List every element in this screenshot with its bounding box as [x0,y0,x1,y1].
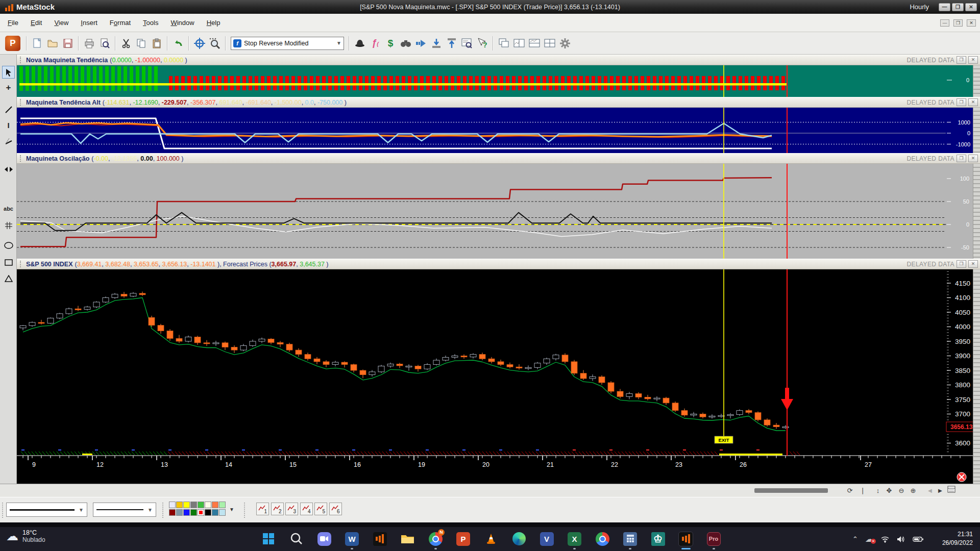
tray-chevron-icon[interactable]: ⌃ [852,535,858,543]
panel-close-button[interactable]: ✕ [968,260,978,268]
panel-header-tendencia-alt[interactable]: Maquineta Tendência Alt (-114.631, -12.1… [17,97,980,108]
color-swatch[interactable] [212,509,218,516]
print-icon[interactable] [82,36,96,51]
grid-tool-icon[interactable] [2,219,15,232]
system-tester-icon[interactable]: $ [383,36,398,51]
rectangle-tool-icon[interactable] [2,256,15,269]
panel-scrollbar[interactable] [973,108,980,153]
scroll-arrows-icon[interactable] [2,163,15,176]
menu-help[interactable]: Help [202,17,225,29]
menu-format[interactable]: Format [105,17,135,29]
color-swatch[interactable] [176,509,183,516]
color-swatch[interactable] [219,509,226,516]
expert-preset-dropdown[interactable]: f Stop Reverse Modified ▼ [231,37,344,50]
indicator-builder-icon[interactable]: ƒ( [368,36,382,51]
minimize-button[interactable]: — [939,3,950,11]
pointer-tool-icon[interactable] [2,66,15,79]
color-swatch[interactable] [183,502,190,508]
tile-vertical-icon[interactable] [512,36,526,51]
child-restore-button[interactable]: ❐ [953,19,963,27]
menu-insert[interactable]: Insert [76,17,102,29]
chart-layout-button-3[interactable]: 3 [285,503,298,515]
palette-dropdown-icon[interactable]: ▼ [229,507,234,512]
crosshair-tool-icon[interactable]: + [2,81,15,94]
panel-close-button[interactable]: ✕ [968,56,978,64]
power-console-icon[interactable]: P [5,36,20,51]
line-style-dropdown[interactable]: ▼ [93,503,156,517]
child-minimize-button[interactable]: — [940,19,949,27]
panel-scrollbar[interactable] [973,164,980,259]
settings-gear-icon[interactable] [558,36,572,51]
color-swatch[interactable] [176,502,183,508]
color-swatch[interactable] [198,502,204,508]
taskbar-app-pro[interactable]: Pro [705,531,722,547]
grid-menu-icon[interactable] [947,486,959,496]
panel-close-button[interactable]: ✕ [968,155,978,162]
horizontal-scrollbar-thumb[interactable] [754,488,828,493]
taskbar-app-metastock-active[interactable] [678,531,694,547]
menu-window[interactable]: Window [166,17,199,29]
color-swatch[interactable] [205,509,211,516]
angle-line-tool-icon[interactable] [2,135,15,147]
wifi-icon[interactable] [880,536,890,543]
panel-maximize-button[interactable]: ❐ [957,98,966,106]
taskbar-app-vlc[interactable] [483,531,499,547]
open-icon[interactable] [45,36,60,51]
menu-file[interactable]: File [3,17,23,29]
copy-icon[interactable] [134,36,149,51]
menu-tools[interactable]: Tools [138,17,163,29]
color-swatch[interactable] [219,502,226,508]
refresh-icon[interactable]: ⟳ [844,486,855,496]
taskbar-app-explorer[interactable] [400,531,416,547]
taskbar-app-chat[interactable] [316,531,332,547]
color-swatch[interactable] [169,509,176,516]
panel-maximize-button[interactable]: ❐ [957,260,966,268]
color-swatch[interactable] [183,509,190,516]
vertical-line-tool-icon[interactable]: I [2,119,15,132]
clock-widget[interactable]: 21:31 26/09/2022 [942,530,973,547]
downloader-icon[interactable] [429,36,444,51]
resize-vertical-icon[interactable]: ↕ [872,486,884,496]
onedrive-icon[interactable]: ☁✕ [865,534,873,544]
taskbar-app-edge[interactable] [511,531,527,547]
color-swatch[interactable] [205,502,211,508]
taskbar-app-powerpoint[interactable]: P [455,531,472,547]
chart-layout-button-2[interactable]: 2 [271,503,284,515]
close-button[interactable]: ✕ [965,3,977,11]
print-preview-icon[interactable] [97,36,112,51]
paste-icon[interactable] [150,36,164,51]
taskbar-app-calculator[interactable] [622,531,639,547]
taskbar-app-chrome[interactable]: N [427,531,444,547]
chart-layout-button-5[interactable]: 5 [314,503,327,515]
context-help-icon[interactable]: ? [475,36,489,51]
taskbar-app-word[interactable]: W [344,531,360,547]
battery-icon[interactable] [913,536,924,542]
ellipse-tool-icon[interactable] [2,239,15,252]
cut-icon[interactable] [119,36,133,51]
pan-icon[interactable]: ✥ [884,486,895,496]
menu-view[interactable]: View [50,17,73,29]
chart-layout-button-4[interactable]: 4 [300,503,313,515]
panel-header-oscilacao[interactable]: Maquineta Oscilação (-0.00, -12.1355, 0.… [17,153,980,164]
panel-scrollbar[interactable] [973,65,980,97]
color-swatch[interactable] [190,509,197,516]
page-left-icon[interactable]: ◄ [924,486,936,496]
panel-close-button[interactable]: ✕ [968,98,978,106]
zoom-in-icon[interactable]: ⊕ [908,486,919,496]
triangle-tool-icon[interactable] [2,272,15,285]
taskbar-app-chess[interactable]: ♔ [650,531,666,547]
color-swatch[interactable] [169,502,176,508]
cursor-bar-icon[interactable]: ∣ [857,486,868,496]
explorer-binoculars-icon[interactable] [399,36,413,51]
taskbar-app-visio[interactable]: V [538,531,555,547]
color-swatch[interactable] [212,502,218,508]
panel-header-price[interactable]: S&P 500 INDEX (3,669.41, 3,682.48, 3,653… [17,259,980,269]
save-icon[interactable] [61,36,75,51]
maximize-button[interactable]: ❐ [952,3,964,11]
panel-maximize-button[interactable]: ❐ [957,155,966,162]
color-swatch[interactable] [198,509,204,516]
cascade-windows-icon[interactable] [497,36,511,51]
taskbar-app-metastock[interactable] [372,531,388,547]
taskbar-app-start[interactable] [260,531,277,547]
taskbar-app-excel[interactable]: X [567,531,583,547]
